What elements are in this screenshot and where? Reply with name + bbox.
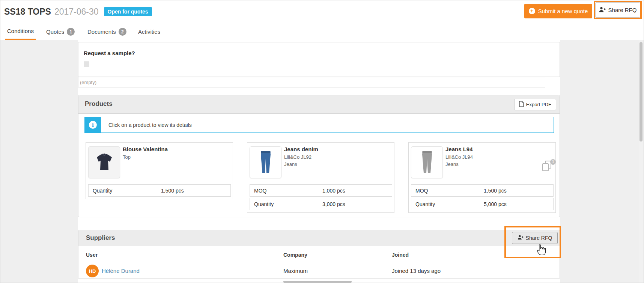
share-rfq-button-top[interactable]: Share RFQ [595,2,640,18]
product-card-blouse-valentina[interactable]: Blouse Valentina Top Quantity 1,500 pcs [86,142,233,199]
share-rfq-label: Share RFQ [608,7,637,13]
products-section-header: Products Export PDF [78,95,560,114]
page-title: SS18 TOPS [4,7,51,17]
request-sample-label: Request a sample? [84,50,135,56]
supplier-company: Maximum [283,263,308,278]
tab-activities-label: Activities [138,29,160,35]
product-card-jeans-denim[interactable]: Jeans denim Lili&Co JL92 Jeans MOQ 1,000… [247,142,394,213]
product-card-jeans-l94[interactable]: Jeans L94 Lili&Co JL94 Jeans MOQ 1,500 p… [408,142,556,213]
product-attribute-row: Quantity 3,000 pcs [250,198,392,210]
product-image-jeans-denim [250,146,281,178]
product-attribute-row: MOQ 1,000 pcs [250,184,392,197]
attribute-value: 3,000 pcs [322,198,345,210]
product-image-jeans-l94 [411,146,443,178]
attribute-label: Quantity [415,198,435,210]
attribute-label: MOQ [254,185,266,196]
column-header-joined: Joined [392,246,409,263]
attribute-value: 1,500 pcs [161,185,184,196]
suppliers-section: Suppliers Share RFQ User Company Joined … [78,230,560,278]
tab-quotes[interactable]: Quotes 1 [46,23,75,40]
product-reference: Lili&Co JL94 [445,154,473,160]
linked-count-badge: 1 [550,159,556,165]
person-plus-icon [599,7,606,14]
tab-conditions[interactable]: Conditions [5,23,36,40]
products-section: Products Export PDF i Click on a product… [78,95,560,217]
attribute-label: MOQ [415,185,428,196]
tab-documents-label: Documents [87,29,116,35]
column-header-user: User [86,246,98,263]
attribute-value: 1,500 pcs [484,185,507,196]
attribute-value: 1,000 pcs [322,185,345,196]
supplier-joined: Joined 13 days ago [392,263,441,278]
suppliers-table-header: User Company Joined [78,246,560,263]
export-pdf-label: Export PDF [526,102,551,107]
person-plus-icon [518,235,524,241]
pdf-file-icon [519,101,524,108]
attribute-label: Quantity [254,198,274,210]
product-attribute-row: Quantity 5,000 pcs [411,198,554,210]
export-pdf-button[interactable]: Export PDF [514,99,556,110]
submit-quote-button[interactable]: + Submit a new quote [524,4,592,18]
column-header-company: Company [283,246,307,263]
attribute-value: 5,000 pcs [484,198,507,210]
product-category: Jeans [284,161,297,167]
submit-quote-label: Submit a new quote [538,8,588,14]
linked-documents-indicator[interactable]: 1 [541,160,556,175]
product-category: Jeans [445,161,459,167]
product-name: Jeans L94 [445,146,473,152]
tab-documents[interactable]: Documents 2 [87,23,126,40]
supplier-row[interactable]: HD Hélène Durand Maximum Joined 13 days … [78,263,560,278]
quotes-count-badge: 1 [67,28,75,36]
documents-count-badge: 2 [119,28,126,36]
suppliers-section-title: Suppliers [86,234,115,242]
share-rfq-button-bottom[interactable]: Share RFQ [512,232,558,244]
header-title-group: SS18 TOPS 2017-06-30 Open for quotes [4,0,152,23]
share-rfq-label: Share RFQ [526,235,552,241]
request-sample-checkbox[interactable] [84,62,89,67]
suppliers-section-header: Suppliers Share RFQ [78,230,560,246]
supplier-name-link[interactable]: Hélène Durand [102,263,140,278]
avatar: HD [86,265,99,277]
tab-quotes-label: Quotes [46,29,64,35]
page-header: SS18 TOPS 2017-06-30 Open for quotes + S… [0,0,644,23]
status-badge: Open for quotes [104,7,152,16]
empty-condition-value: (empty) [80,80,96,85]
product-image-blouse [88,146,120,178]
empty-condition-row: (empty) [78,77,545,87]
attribute-label: Quantity [93,185,112,196]
page-date: 2017-06-30 [54,7,99,17]
info-banner: i Click on a product to view its details [84,117,554,133]
request-sample-section: Request a sample? [78,42,560,77]
info-banner-text: Click on a product to view its details [108,117,192,132]
products-section-title: Products [85,100,113,108]
plus-circle-icon: + [529,8,535,14]
product-reference: Lili&Co JL92 [284,154,311,160]
tab-bar: Conditions Quotes 1 Documents 2 Activiti… [0,23,644,40]
horizontal-scrollbar-thumb[interactable] [283,281,352,283]
tab-conditions-label: Conditions [7,28,34,34]
tab-activities[interactable]: Activities [138,23,160,40]
product-attribute-row: Quantity 1,500 pcs [88,184,231,197]
info-icon: i [85,117,101,132]
product-name: Jeans denim [284,146,318,152]
product-attribute-row: MOQ 1,500 pcs [411,184,554,197]
product-name: Blouse Valentina [123,146,168,152]
vertical-scrollbar-thumb[interactable] [639,42,642,142]
product-category: Top [123,154,131,160]
